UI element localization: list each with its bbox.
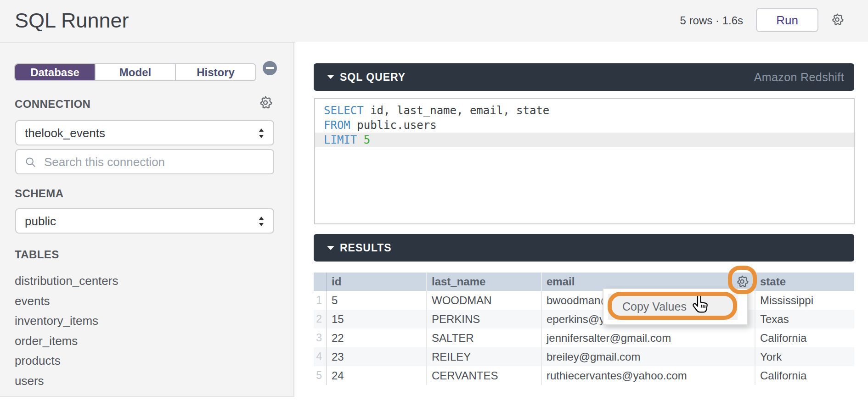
cell-id: 15 (327, 310, 427, 328)
table-row: 524CERVANTESruthiecervantes@yahoo.comCal… (314, 366, 854, 385)
schema-select[interactable]: public (15, 208, 274, 234)
sql-query-bar-title: SQL QUERY (340, 63, 406, 91)
table-item-users[interactable]: users (15, 371, 118, 391)
cell-last-name: PERKINS (427, 310, 541, 328)
annotation-menu-ring (608, 292, 737, 320)
tables-list: distribution_centerseventsinventory_item… (15, 271, 118, 391)
table-row: 15WOODMANbwoodman@gmail.comMississippi (314, 291, 854, 310)
cell-state: York (755, 347, 854, 366)
cell-email: breiley@gmail.com (541, 347, 755, 366)
tab-database[interactable]: Database (15, 64, 95, 80)
table-item-inventory_items[interactable]: inventory_items (15, 311, 118, 331)
cell-id: 5 (327, 291, 427, 310)
cell-last-name: SALTER (427, 328, 541, 347)
results-header-row: idlast_nameemailstate (314, 273, 854, 291)
cell-last-name: WOODMAN (427, 291, 541, 310)
magnifier-icon (24, 156, 37, 169)
updown-arrows-icon (259, 217, 264, 226)
connection-search-input[interactable]: Search this connection (15, 149, 274, 174)
row-number: 2 (314, 310, 327, 328)
minus-icon (266, 67, 274, 69)
cell-id: 22 (327, 328, 427, 347)
schema-label: SCHEMA (15, 187, 63, 200)
settings-gear-icon[interactable] (829, 12, 845, 28)
run-button[interactable]: Run (756, 8, 818, 32)
table-item-products[interactable]: products (15, 351, 118, 371)
triangle-down-icon (327, 246, 334, 250)
table-item-distribution_centers[interactable]: distribution_centers (15, 271, 118, 291)
cell-id: 24 (327, 366, 427, 385)
cell-state: Mississippi (755, 291, 854, 310)
collapse-sidebar-button[interactable] (263, 61, 277, 75)
connection-settings-gear-icon[interactable] (257, 95, 274, 111)
search-placeholder: Search this connection (44, 150, 165, 174)
table-row: 322SALTERjennifersalter@gmail.comCalifor… (314, 328, 854, 347)
table-item-order_items[interactable]: order_items (15, 331, 118, 351)
table-row: 423REILEYbreiley@gmail.comYork (314, 347, 854, 366)
tab-history[interactable]: History (175, 64, 255, 80)
code-line-1: SELECT id, last_name, email, state (315, 103, 854, 118)
page-title: SQL Runner (15, 0, 129, 41)
cell-email: ruthiecervantes@yahoo.com (541, 366, 755, 385)
sql-runner-app: SQL Runner 5 rows · 1.6s Run DatabaseMod… (0, 0, 868, 412)
query-status: 5 rows · 1.6s (680, 0, 743, 41)
schema-select-value: public (25, 209, 56, 233)
code-line-3: LIMIT 5 (315, 133, 854, 147)
sidebar: DatabaseModelHistory CONNECTION thelook_… (0, 43, 294, 397)
row-number: 3 (314, 328, 327, 347)
results-bar-title: RESULTS (340, 234, 392, 262)
tables-label: TABLES (15, 248, 59, 261)
table-item-events[interactable]: events (15, 291, 118, 312)
annotation-gear-ring (728, 266, 757, 294)
table-row: 215PERKINSeperkins@yahoo.comTexas (314, 310, 854, 328)
connection-select[interactable]: thelook_events (15, 120, 274, 145)
header-cell-rownum (314, 273, 327, 291)
connection-select-value: thelook_events (25, 121, 105, 145)
dialect-label: Amazon Redshift (754, 63, 844, 91)
results-table: idlast_nameemailstate 15WOODMANbwoodman@… (314, 273, 854, 385)
sql-query-bar[interactable]: SQL QUERY Amazon Redshift (314, 63, 854, 91)
main-content: SQL QUERY Amazon Redshift SELECT id, las… (295, 42, 868, 412)
updown-arrows-icon (259, 128, 264, 138)
row-number: 4 (314, 347, 327, 366)
cell-last-name: REILEY (427, 347, 541, 366)
cell-state: Texas (755, 310, 854, 328)
results-table-body: 15WOODMANbwoodman@gmail.comMississippi21… (314, 291, 854, 385)
header-cell-state[interactable]: state (755, 273, 854, 291)
cell-state: California (755, 366, 854, 385)
results-table-head: idlast_nameemailstate (314, 273, 854, 291)
cell-state: California (755, 328, 854, 347)
sql-editor[interactable]: SELECT id, last_name, email, stateFROM p… (314, 98, 855, 224)
tab-model[interactable]: Model (95, 64, 175, 80)
cell-last-name: CERVANTES (427, 366, 541, 385)
sidebar-tab-bar: DatabaseModelHistory (14, 63, 256, 81)
cell-id: 23 (327, 347, 427, 366)
code-line-2: FROM public.users (315, 118, 854, 133)
cell-email: jennifersalter@gmail.com (541, 328, 755, 347)
row-number: 1 (314, 291, 327, 310)
header-cell-id[interactable]: id (327, 273, 427, 291)
app-header: SQL Runner 5 rows · 1.6s Run (0, 0, 868, 43)
row-number: 5 (314, 366, 327, 385)
connection-label: CONNECTION (15, 98, 90, 111)
results-bar[interactable]: RESULTS (314, 234, 854, 262)
header-cell-last_name[interactable]: last_name (427, 273, 541, 291)
triangle-down-icon (327, 75, 334, 79)
